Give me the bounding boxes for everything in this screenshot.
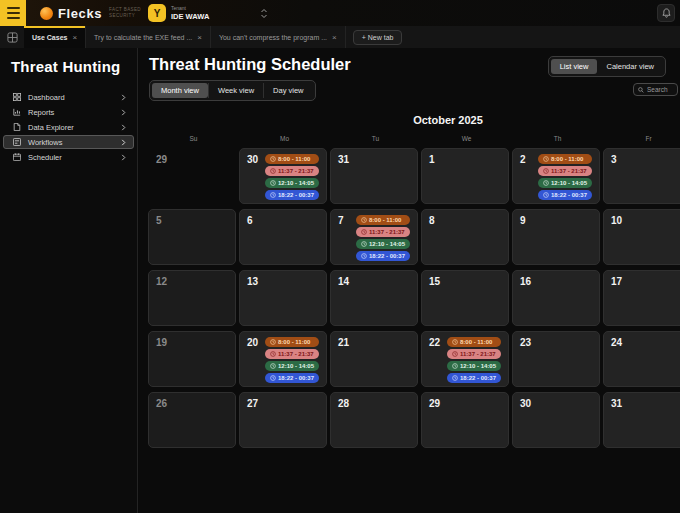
event-chip[interactable]: 12:10 - 14:05 xyxy=(265,178,319,188)
calendar-day-cell[interactable]: 19 xyxy=(148,331,236,387)
event-chip[interactable]: 8:00 - 11:00 xyxy=(265,337,319,347)
day-number: 30 xyxy=(520,398,531,409)
event-chip-list: 8:00 - 11:0011:37 - 21:3712:10 - 14:0518… xyxy=(265,154,319,200)
event-chip[interactable]: 18:22 - 00:37 xyxy=(265,190,319,200)
event-chip[interactable]: 12:10 - 14:05 xyxy=(265,361,319,371)
calendar-day-cell[interactable]: 208:00 - 11:0011:37 - 21:3712:10 - 14:05… xyxy=(239,331,327,387)
search-box[interactable] xyxy=(633,83,678,96)
calendar-day-cell[interactable]: 6 xyxy=(239,209,327,265)
clock-icon xyxy=(452,351,458,357)
tab-calculate-exe-feed[interactable]: Try to calculate the EXE feed ... × xyxy=(86,26,211,48)
close-icon[interactable]: × xyxy=(332,33,337,42)
calendar-day-cell[interactable]: 5 xyxy=(148,209,236,265)
tab-cant-compress-program[interactable]: You can't compress the program ... × xyxy=(211,26,346,48)
day-number: 16 xyxy=(520,276,531,287)
calendar-day-cell[interactable]: 9 xyxy=(512,209,600,265)
calendar-day-cell[interactable]: 15 xyxy=(421,270,509,326)
calendar-day-cell[interactable]: 12 xyxy=(148,270,236,326)
month-view-tab[interactable]: Month view xyxy=(152,83,208,98)
tab-use-cases[interactable]: Use Cases × xyxy=(24,26,86,48)
event-chip[interactable]: 11:37 - 21:37 xyxy=(265,166,319,176)
calendar-day-cell[interactable]: 10 xyxy=(603,209,680,265)
close-icon[interactable]: × xyxy=(197,33,202,42)
calendar-day-cell[interactable]: 3 xyxy=(603,148,680,204)
sidebar-item-reports[interactable]: Reports xyxy=(3,105,134,119)
search-icon xyxy=(638,87,644,93)
event-chip[interactable]: 8:00 - 11:00 xyxy=(356,215,410,225)
event-chip[interactable]: 12:10 - 14:05 xyxy=(447,361,501,371)
calendar-day-cell[interactable]: 8 xyxy=(421,209,509,265)
chevron-right-icon xyxy=(121,109,126,116)
day-number: 21 xyxy=(338,337,349,348)
event-chip[interactable]: 8:00 - 11:00 xyxy=(538,154,592,164)
tenant-selector[interactable]: Y Tenant IDE WAWA xyxy=(148,3,268,23)
clock-icon xyxy=(270,339,276,345)
day-number: 19 xyxy=(156,337,167,348)
calendar-day-cell[interactable]: 31 xyxy=(603,392,680,448)
event-chip[interactable]: 8:00 - 11:00 xyxy=(447,337,501,347)
calendar-day-cell[interactable]: 30 xyxy=(512,392,600,448)
event-chip[interactable]: 12:10 - 14:05 xyxy=(356,239,410,249)
sidebar-menu: Dashboard Reports Data Explorer Workflow… xyxy=(0,90,137,164)
tenant-label: Tenant xyxy=(171,5,209,11)
day-number: 5 xyxy=(156,215,162,226)
chevron-up-down-icon[interactable] xyxy=(260,8,268,19)
calendar-day-cell[interactable]: 78:00 - 11:0011:37 - 21:3712:10 - 14:051… xyxy=(330,209,418,265)
calendar-day-cell[interactable]: 17 xyxy=(603,270,680,326)
list-view-button[interactable]: List view xyxy=(551,59,598,74)
calendar-day-cell[interactable]: 26 xyxy=(148,392,236,448)
brand-logo: Flecks xyxy=(40,6,102,21)
event-chip[interactable]: 18:22 - 00:37 xyxy=(265,373,319,383)
event-chip-list: 8:00 - 11:0011:37 - 21:3712:10 - 14:0518… xyxy=(265,337,319,383)
calendar-day-cell[interactable]: 1 xyxy=(421,148,509,204)
workflows-icon xyxy=(13,138,21,146)
sidebar-item-dashboard[interactable]: Dashboard xyxy=(3,90,134,104)
day-number: 28 xyxy=(338,398,349,409)
calendar-day-cell[interactable]: 14 xyxy=(330,270,418,326)
close-icon[interactable]: × xyxy=(72,33,77,42)
search-input[interactable] xyxy=(647,86,673,93)
sidebar-item-scheduler[interactable]: Scheduler xyxy=(3,150,134,164)
event-chip[interactable]: 18:22 - 00:37 xyxy=(447,373,501,383)
calendar-day-cell[interactable]: 27 xyxy=(239,392,327,448)
sidebar-item-workflows[interactable]: Workflows xyxy=(3,135,134,149)
browser-tab-bar: Use Cases × Try to calculate the EXE fee… xyxy=(0,26,680,48)
calendar-day-cell[interactable]: 23 xyxy=(512,331,600,387)
weekday-header: Th xyxy=(512,135,603,142)
calendar-day-cell[interactable]: 228:00 - 11:0011:37 - 21:3712:10 - 14:05… xyxy=(421,331,509,387)
week-view-tab[interactable]: Week view xyxy=(208,83,263,98)
day-number: 7 xyxy=(338,215,344,226)
sidebar-item-data-explorer[interactable]: Data Explorer xyxy=(3,120,134,134)
calendar-day-cell[interactable]: 29 xyxy=(148,148,236,204)
event-chip[interactable]: 12:10 - 14:05 xyxy=(538,178,592,188)
day-view-tab[interactable]: Day view xyxy=(263,83,312,98)
clock-icon xyxy=(270,351,276,357)
page-title: Threat Hunting Scheduler xyxy=(149,55,351,74)
day-number: 29 xyxy=(156,154,167,165)
day-number: 20 xyxy=(247,337,258,348)
new-tab-button[interactable]: + New tab xyxy=(353,30,403,45)
calendar-day-cell[interactable]: 28:00 - 11:0011:37 - 21:3712:10 - 14:051… xyxy=(512,148,600,204)
calendar-day-cell[interactable]: 16 xyxy=(512,270,600,326)
day-number: 23 xyxy=(520,337,531,348)
event-chip[interactable]: 11:37 - 21:37 xyxy=(265,349,319,359)
event-chip[interactable]: 11:37 - 21:37 xyxy=(356,227,410,237)
calendar-view-button[interactable]: Calendar view xyxy=(597,59,663,74)
event-chip[interactable]: 11:37 - 21:37 xyxy=(538,166,592,176)
calendar-day-cell[interactable]: 31 xyxy=(330,148,418,204)
event-chip[interactable]: 11:37 - 21:37 xyxy=(447,349,501,359)
calendar-day-cell[interactable]: 308:00 - 11:0011:37 - 21:3712:10 - 14:05… xyxy=(239,148,327,204)
hamburger-menu-button[interactable] xyxy=(0,0,26,26)
weekday-header: Tu xyxy=(330,135,421,142)
calendar-day-cell[interactable]: 13 xyxy=(239,270,327,326)
notifications-bell-icon[interactable] xyxy=(657,4,675,22)
event-chip[interactable]: 8:00 - 11:00 xyxy=(265,154,319,164)
calendar-day-cell[interactable]: 21 xyxy=(330,331,418,387)
day-number: 2 xyxy=(520,154,526,165)
event-chip[interactable]: 18:22 - 00:37 xyxy=(538,190,592,200)
calendar-day-cell[interactable]: 28 xyxy=(330,392,418,448)
apps-grid-icon[interactable] xyxy=(0,26,24,48)
calendar-day-cell[interactable]: 24 xyxy=(603,331,680,387)
calendar-day-cell[interactable]: 29 xyxy=(421,392,509,448)
event-chip[interactable]: 18:22 - 00:37 xyxy=(356,251,410,261)
